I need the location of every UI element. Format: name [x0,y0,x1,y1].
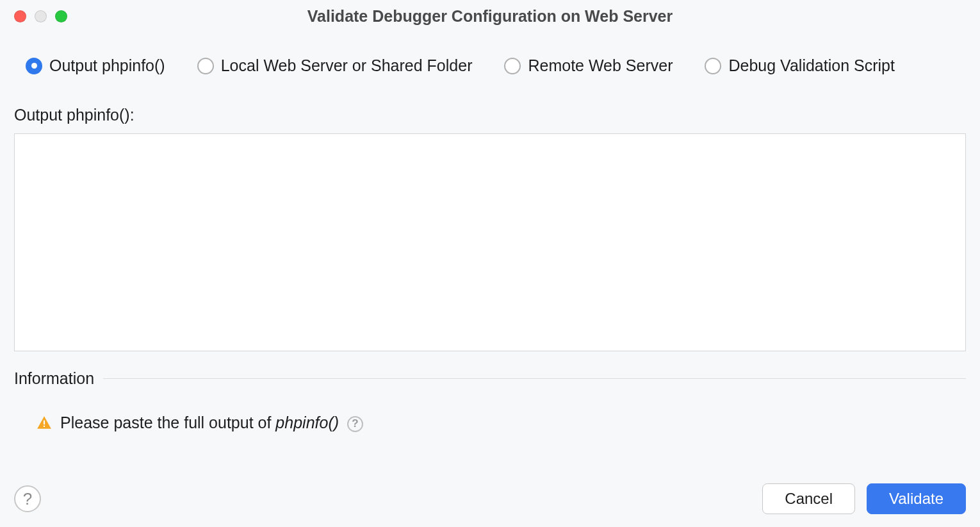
cancel-button[interactable]: Cancel [762,483,855,514]
radio-debug-validation-script[interactable]: Debug Validation Script [705,56,894,75]
warning-icon [36,415,53,431]
window-title: Validate Debugger Configuration on Web S… [0,7,980,26]
mode-radio-group: Output phpinfo() Local Web Server or Sha… [0,32,980,75]
svg-rect-0 [44,420,45,424]
information-header: Information [14,369,966,388]
information-title: Information [14,369,94,388]
information-message: Please paste the full output of phpinfo(… [60,414,363,432]
information-section: Information Please paste the full output… [14,369,966,432]
dialog-footer: ? Cancel Validate [0,483,980,514]
close-window-icon[interactable] [14,10,26,22]
radio-label: Local Web Server or Shared Folder [221,56,473,75]
content-area: Output phpinfo(): Information Please pas… [0,75,980,432]
info-text-prefix: Please paste the full output of [60,414,271,431]
radio-local-web-server[interactable]: Local Web Server or Shared Folder [197,56,473,75]
validate-button[interactable]: Validate [867,483,966,514]
radio-label: Output phpinfo() [49,56,165,75]
radio-unselected-icon [197,58,214,74]
radio-selected-icon [26,58,42,74]
minimize-window-icon[interactable] [35,10,47,22]
radio-label: Debug Validation Script [728,56,894,75]
phpinfo-field-label: Output phpinfo(): [14,106,966,124]
help-button[interactable]: ? [14,485,41,512]
radio-output-phpinfo[interactable]: Output phpinfo() [26,56,165,75]
information-body: Please paste the full output of phpinfo(… [14,388,966,432]
radio-unselected-icon [504,58,521,74]
info-text-italic: phpinfo() [275,414,339,431]
radio-label: Remote Web Server [528,56,673,75]
divider [103,378,966,379]
zoom-window-icon[interactable] [55,10,67,22]
phpinfo-textarea[interactable] [14,133,966,351]
radio-unselected-icon [705,58,721,74]
help-inline-icon[interactable]: ? [347,416,363,432]
title-bar: Validate Debugger Configuration on Web S… [0,0,980,32]
radio-remote-web-server[interactable]: Remote Web Server [504,56,673,75]
svg-rect-1 [44,425,45,426]
window-controls [0,10,67,22]
